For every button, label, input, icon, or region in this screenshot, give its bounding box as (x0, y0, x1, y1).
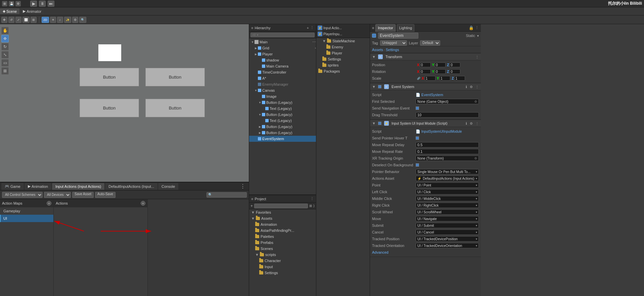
hierarchy-item-main[interactable]: ▼ Main ⋯ (249, 39, 316, 45)
first-selected-value[interactable]: None (Game Object) ⊙ (416, 99, 479, 104)
hierarchy-item-player[interactable]: ▶ Player (249, 51, 316, 57)
hierarchy-more-btn[interactable]: ⋮ (310, 26, 314, 30)
project-filter-btn[interactable]: ⊞ (309, 204, 312, 208)
save-asset-btn[interactable]: Save Asset (72, 192, 94, 198)
hierarchy-item-maincam[interactable]: Main Camera (249, 63, 316, 69)
gizmos-toggle[interactable]: ⚙ (72, 17, 78, 23)
transform-tools[interactable]: ✥ (1, 17, 7, 23)
scene-button-4[interactable]: Button (145, 99, 205, 117)
im-script-name[interactable]: InputSystemUIInputModule (421, 130, 462, 133)
action-map-gameplay[interactable]: Gameplay (0, 207, 53, 215)
move-repeat-rate-input[interactable] (416, 149, 479, 154)
unity-icon[interactable]: ⊞ (2, 1, 7, 6)
tag-select[interactable]: Untagged (380, 40, 407, 46)
play-button[interactable]: ▶ (30, 1, 37, 7)
audio-toggle[interactable]: ♪ (57, 17, 63, 23)
hierarchy-item-button3[interactable]: ▶ Button (Legacy) (249, 124, 316, 130)
send-nav-checkbox[interactable] (416, 107, 419, 110)
inspector-more-btn[interactable]: ⋮ (475, 26, 479, 30)
eventsystem-info-btn[interactable]: ℹ (466, 85, 467, 89)
rotation-z-input[interactable] (450, 69, 460, 74)
add-action-map-btn[interactable]: + (47, 201, 51, 206)
step-button[interactable]: ⏭ (48, 1, 54, 7)
move-value[interactable]: UI / Navigate ▾ (416, 216, 479, 221)
input-actions-file1[interactable]: Input Actio... (323, 26, 342, 30)
layer-select[interactable]: Default (420, 40, 440, 46)
project-add-btn[interactable]: + (250, 204, 253, 208)
position-z-input[interactable] (450, 62, 460, 67)
breadcrumb-assets[interactable]: Assets (372, 48, 383, 52)
drag-threshold-input[interactable] (416, 112, 479, 118)
scene-button-2[interactable]: Button (145, 68, 205, 86)
advanced-label[interactable]: Advanced (372, 250, 416, 254)
hierarchy-main-options[interactable]: ⋯ (312, 40, 316, 44)
position-x-input[interactable] (420, 62, 431, 67)
hierarchy-item-astar[interactable]: A* (249, 75, 316, 81)
input-module-enable-checkbox[interactable] (378, 122, 381, 125)
pause-button[interactable]: ⏸ (39, 1, 46, 7)
static-dropdown[interactable]: ▾ (477, 34, 479, 38)
eventsystem-more-btn[interactable]: ⋮ (475, 85, 479, 89)
first-selected-pick-btn[interactable]: ⊙ (474, 100, 477, 103)
cancel-value[interactable]: UI / Cancel ▾ (416, 229, 479, 235)
input-module-info-btn[interactable]: ℹ (466, 122, 467, 125)
input-module-settings-btn[interactable]: ⚙ (470, 122, 473, 125)
hierarchy-item-canvas[interactable]: ▼ Canvas (249, 87, 316, 93)
scale-y-input[interactable] (440, 76, 450, 81)
rotation-y-input[interactable] (435, 69, 446, 74)
tab-console[interactable]: Console (158, 183, 178, 190)
eventsystem-enable-checkbox[interactable] (378, 85, 381, 88)
object-active-checkbox[interactable] (372, 34, 376, 38)
transform-component-header[interactable]: ▼ ⊕ Transform ⋮ (370, 53, 481, 60)
hierarchy-add-btn[interactable]: + (307, 26, 309, 30)
scroll-wheel-value[interactable]: UI / ScrollWheel ▾ (416, 209, 479, 215)
hierarchy-item-timecontroller[interactable]: TimeController (249, 69, 316, 75)
input-module-more-btn[interactable]: ⋮ (475, 122, 479, 125)
tab-scene[interactable]: ◈ Scene (0, 8, 19, 14)
deselect-on-bg-checkbox[interactable] (416, 163, 419, 167)
hierarchy-item-image[interactable]: Image (249, 93, 316, 99)
project-more-btn[interactable]: ⋮ (310, 197, 314, 201)
pointer-behavior-value[interactable]: Single Mouse Or Pen But Multi To... ▾ (416, 169, 479, 174)
inspector-tab[interactable]: Inspector (375, 24, 395, 32)
2d-toggle[interactable]: 2D (42, 17, 49, 23)
custom-tool[interactable]: ⊞ (31, 17, 37, 23)
script-name[interactable]: EventSystem (421, 93, 443, 97)
hierarchy-item-text2[interactable]: Text (Legacy) (249, 118, 316, 124)
tab-game[interactable]: 🎮 Game (1, 183, 24, 190)
scale-tool[interactable]: ⤢ (15, 17, 21, 23)
player-input-file[interactable]: PlayerInpu... (323, 32, 342, 36)
scale-z-input[interactable] (454, 76, 465, 81)
scale-tool[interactable]: ⤡ (1, 51, 9, 58)
hierarchy-item-grid[interactable]: ▶ Grid › (249, 45, 316, 51)
left-click-value[interactable]: UI / Click ▾ (416, 189, 479, 195)
tab-input-actions[interactable]: Input Actions (Input Actions) (52, 183, 104, 190)
rect-tool[interactable]: ⬜ (22, 17, 30, 23)
tracked-position-value[interactable]: UI / TrackedDevicePosition ▾ (416, 236, 479, 242)
object-name-input[interactable] (378, 33, 418, 39)
hierarchy-item-eventsystem[interactable]: EventSystem (249, 136, 316, 142)
add-action-btn[interactable]: + (141, 201, 145, 206)
xr-tracking-value[interactable]: None (Transform) ⊙ (416, 156, 479, 161)
hierarchy-item-enemymanager[interactable]: EnemyManager (249, 81, 316, 87)
tracked-orientation-value[interactable]: UI / TrackedDeviceOrientation ▾ (416, 243, 479, 248)
actions-asset-value[interactable]: ⚡ DefaultInputActions (Input Actions) ▾ (416, 176, 479, 181)
input-module-header[interactable]: ▼ ⚡ Input System UI Input Module (Script… (370, 120, 481, 127)
eventsystem-component-header[interactable]: ▼ ⊕ Event System ℹ ⚙ ⋮ (370, 83, 481, 90)
settings-icon[interactable]: ⚙ (15, 1, 21, 6)
hierarchy-item-button4[interactable]: ▶ Button (Legacy) (249, 130, 316, 136)
breadcrumb-settings[interactable]: Settings (386, 48, 399, 52)
hierarchy-item-shadow[interactable]: shadow (249, 57, 316, 63)
xr-pick-btn[interactable]: ⊙ (474, 157, 477, 160)
auto-save-btn[interactable]: Auto-Save (95, 192, 116, 198)
hierarchy-item-button1[interactable]: ▼ Button (Legacy) (249, 99, 316, 105)
scene-button-1[interactable]: Button (80, 68, 139, 86)
devices-select[interactable]: All Devices (44, 192, 71, 198)
hand-tool[interactable]: ✋ (1, 27, 9, 34)
hierarchy-item-text1[interactable]: Text (Legacy) (249, 105, 316, 112)
position-y-input[interactable] (435, 62, 446, 67)
right-click-value[interactable]: UI / RightClick ▾ (416, 203, 479, 208)
hierarchy-item-button2[interactable]: ▼ Button (Legacy) (249, 112, 316, 118)
move-repeat-delay-input[interactable] (416, 142, 479, 147)
move-tool[interactable]: ✥ (1, 35, 9, 42)
